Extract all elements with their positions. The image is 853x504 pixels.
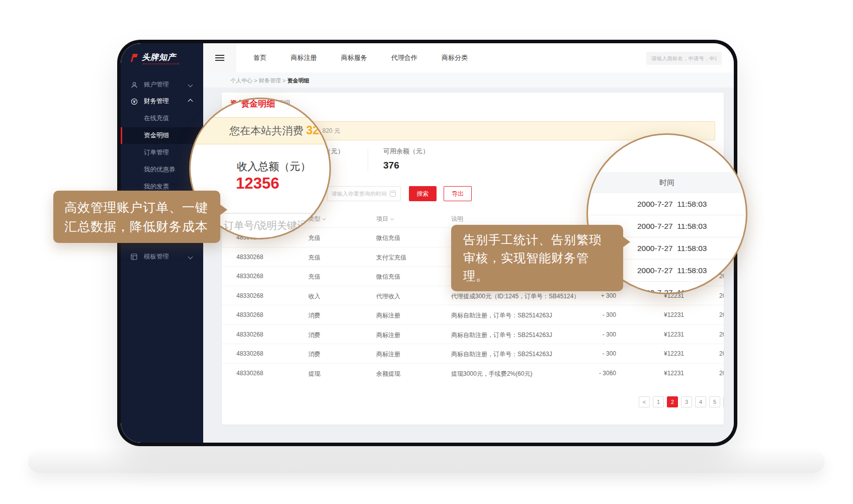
- cell-project: 代理收入: [376, 292, 400, 301]
- user-icon: [131, 81, 138, 89]
- template-icon: [131, 254, 138, 260]
- cell-project: 商标注册: [376, 311, 400, 320]
- cell-order: 48330268: [236, 331, 263, 338]
- stat-balance: 可用余额（元） 376: [383, 147, 429, 171]
- stat-label: 可用余额（元）: [383, 147, 429, 156]
- nav-item-home[interactable]: 首页: [253, 53, 267, 62]
- cell-desc: 提现3000元，手续费2%(60元): [451, 370, 532, 378]
- page-button-2-active[interactable]: 2: [667, 396, 678, 407]
- pagination: < 1 2 3 4 5 >: [639, 396, 724, 407]
- divider: [368, 149, 368, 171]
- banner-tail-text: 820 元: [322, 122, 340, 140]
- brand-logo-icon: [130, 53, 139, 62]
- breadcrumb: 个人中心 > 财务管理 > 资金明细: [230, 77, 309, 85]
- cell-type: 消费: [308, 350, 320, 359]
- menu-icon: [215, 53, 224, 62]
- chevron-down-icon: [188, 255, 193, 260]
- sidebar-item-label: 账户管理: [144, 80, 189, 89]
- global-search-input[interactable]: [646, 52, 722, 65]
- sort-caret-icon: [390, 217, 394, 220]
- callout-text: 高效管理账户订单、一键汇总数据，降低财务成本: [64, 198, 209, 236]
- brand-underline: [143, 63, 179, 64]
- cell-time: 2000-7-27 11:58:03: [719, 311, 724, 318]
- cell-amount: + 300: [574, 292, 616, 299]
- cell-time: 2000-7-27 11:58:03: [719, 370, 724, 377]
- breadcrumb-current: 资金明细: [287, 77, 309, 83]
- col-project-sort[interactable]: 项目: [376, 215, 393, 223]
- callout-arrow: [220, 204, 227, 215]
- sidebar: 头牌知产 账户管理 财务管理 在线充值 资金明细 订单管理 我的优惠券: [121, 43, 203, 443]
- laptop-base: [28, 451, 825, 473]
- cell-balance: ¥12231: [639, 331, 684, 338]
- finance-icon: [131, 98, 138, 105]
- callout-arrow: [623, 236, 630, 247]
- sidebar-toggle[interactable]: [203, 43, 236, 72]
- cell-order: 48330268: [236, 311, 263, 318]
- cell-project: 微信充值: [376, 273, 400, 281]
- cell-project: 商标注册: [376, 331, 400, 340]
- export-button[interactable]: 导出: [444, 186, 472, 201]
- cell-time: 2000-7-27 11:58:03: [719, 350, 724, 357]
- lens-time-header: 时间: [588, 172, 746, 193]
- nav-item-agency[interactable]: 代理合作: [391, 53, 417, 62]
- cell-type: 收入: [308, 292, 320, 301]
- cell-desc: 代理提成300元（ID:1245，订单号：SB45124）: [451, 292, 579, 301]
- table-row: 48330268 消费 商标注册 商标自助注册，订单号：SB2514263J -…: [222, 305, 724, 324]
- lens-income-value: 12356: [236, 175, 279, 193]
- sidebar-item-funds[interactable]: 资金明细: [121, 127, 203, 144]
- cell-type: 充值: [308, 254, 320, 262]
- sidebar-item-label: 资金明细: [144, 131, 203, 140]
- cell-amount: - 3060: [574, 370, 616, 377]
- nav-item-trademark-register[interactable]: 商标注册: [291, 53, 317, 62]
- cell-desc: 商标自助注册，订单号：SB2514263J: [451, 350, 552, 359]
- cell-project: 商标注册: [376, 350, 400, 359]
- nav-item-trademark-class[interactable]: 商标分类: [442, 53, 468, 62]
- cell-desc: 商标自助注册，订单号：SB2514263J: [451, 311, 552, 320]
- sidebar-item-recharge[interactable]: 在线充值: [121, 110, 203, 127]
- nav-item-trademark-service[interactable]: 商标服务: [341, 53, 367, 62]
- cell-time: 2000-7-27 11:58:03: [719, 292, 724, 299]
- table-row: 48330268 消费 商标注册 商标自助注册，订单号：SB2514263J -…: [222, 324, 724, 344]
- page-button-3[interactable]: 3: [681, 396, 692, 407]
- chevron-up-icon: [188, 99, 193, 104]
- search-button[interactable]: 搜索: [409, 186, 437, 201]
- sidebar-item-label: 财务管理: [144, 97, 189, 106]
- cell-order: 48330268: [236, 370, 263, 377]
- lens-time-row: 2000-7-27 11:58:03: [588, 193, 746, 215]
- cell-project: 支付宝充值: [376, 254, 406, 262]
- callout-text: 告别手工统计、告别繁琐审核，实现智能财务管理。: [463, 231, 611, 285]
- sidebar-item-finance[interactable]: 财务管理: [121, 93, 203, 110]
- calendar-icon[interactable]: [390, 191, 396, 197]
- cell-amount: - 300: [574, 331, 616, 338]
- page-button-4[interactable]: 4: [695, 396, 706, 407]
- cell-type: 充值: [308, 273, 320, 281]
- page-next-button[interactable]: >: [723, 396, 724, 407]
- cell-project: 微信充值: [376, 234, 400, 242]
- cell-type: 提现: [308, 370, 320, 378]
- page-prev-button[interactable]: <: [639, 396, 650, 407]
- chevron-down-icon: [188, 82, 193, 88]
- sidebar-item-account[interactable]: 账户管理: [121, 76, 203, 93]
- cell-amount: - 300: [574, 350, 616, 357]
- main-nav: 首页 商标注册 商标服务 代理合作 商标分类: [241, 43, 480, 72]
- lens-tab-label: 资金明细: [241, 98, 275, 110]
- cell-order: 48330268: [236, 273, 263, 280]
- cell-desc: 商标自助注册，订单号：SB2514263J: [451, 331, 552, 340]
- breadcrumb-prefix: 个人中心 > 财务管理 >: [230, 77, 287, 83]
- cell-amount: - 300: [574, 311, 616, 318]
- cell-balance: ¥12231: [639, 311, 684, 318]
- cell-order: 48330268: [236, 350, 263, 357]
- table-row: 48330268 消费 商标注册 商标自助注册，订单号：SB2514263J -…: [222, 344, 724, 363]
- stat-value: 376: [383, 160, 429, 171]
- page-button-1[interactable]: 1: [653, 396, 664, 407]
- breadcrumb-bar: 个人中心 > 财务管理 > 资金明细: [203, 72, 734, 88]
- sort-caret-icon: [322, 217, 326, 220]
- col-desc: 说明: [451, 215, 463, 223]
- cell-order: 48330268: [236, 292, 263, 299]
- cell-balance: ¥12231: [639, 350, 684, 357]
- lens-banner-prefix: 您在本站共消费: [229, 125, 306, 136]
- sidebar-item-templates[interactable]: 模板管理: [121, 248, 203, 265]
- cell-type: 充值: [308, 234, 320, 242]
- topbar: 首页 商标注册 商标服务 代理合作 商标分类: [203, 43, 734, 72]
- page-button-5[interactable]: 5: [709, 396, 720, 407]
